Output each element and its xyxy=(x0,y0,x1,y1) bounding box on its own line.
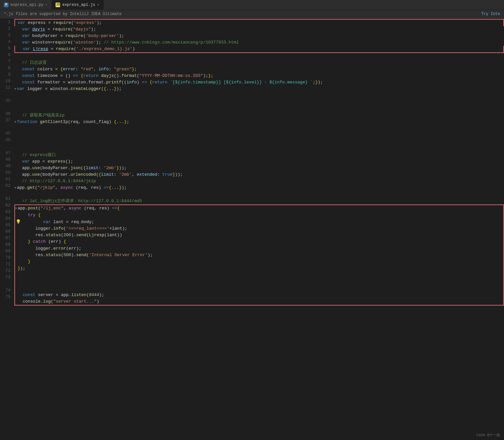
code-line-5: var Ljresp = require('./express_demo_lj.… xyxy=(14,46,504,53)
js-icon: JS xyxy=(56,3,60,7)
code-line-63: ▼ try { xyxy=(14,212,504,219)
code-line-73 xyxy=(14,279,504,285)
code-line-gap4 xyxy=(14,145,504,152)
code-line-45 xyxy=(14,132,504,139)
info-bar: *.js files are supported by IntelliJ IDE… xyxy=(0,10,504,18)
code-line-gap2 xyxy=(14,106,504,112)
code-line-47: // express接口 xyxy=(14,152,504,158)
code-line-3: var bodyParser = require('body-parser'); xyxy=(14,33,504,39)
code-line-70: ▼ } xyxy=(14,258,504,265)
code-line-62: ▼app.post("/lj_enc", async (req, res) =>… xyxy=(14,204,504,212)
code-line-gap5 xyxy=(14,191,504,198)
code-line-37: ▼function getClientIp(req, count_flag) {… xyxy=(14,119,504,126)
tab-label-py: express_api.py xyxy=(10,3,43,7)
code-line-35 xyxy=(14,99,504,106)
code-line-4: var winston=require('winston'); // https… xyxy=(14,39,504,46)
code-line-36: // 获取客户端真实ip xyxy=(14,112,504,119)
code-line-66: res.status(200).send(Ljresp(lant)) xyxy=(14,232,504,238)
tab-express-api-py[interactable]: P express_api.py × xyxy=(0,0,52,9)
code-line-1: var express = require('express'); xyxy=(14,19,504,26)
code-content: var express = require('express'); var da… xyxy=(13,18,504,440)
code-line-48: var app = express(); xyxy=(14,158,504,165)
tab-close-js[interactable]: × xyxy=(97,3,99,7)
code-line-69: res.status(500).send('Internal Server Er… xyxy=(14,252,504,258)
tab-express-api-js[interactable]: JS express_api.js × xyxy=(52,0,103,9)
code-line-6 xyxy=(14,53,504,60)
code-line-49: app.use(bodyParser.json({limit: '2mb'}))… xyxy=(14,165,504,171)
code-line-68: logger.error(err); xyxy=(14,245,504,252)
code-line-7: // 日志设置 xyxy=(14,60,504,66)
csdn-watermark: CSDN @十一姐 xyxy=(476,432,500,437)
code-line-gap3 xyxy=(14,126,504,132)
code-line-50: app.use(bodyParser.urlencoded({limit: '2… xyxy=(14,171,504,178)
code-line-2: var dayjs = require("dayjs"); xyxy=(14,26,504,33)
code-line-72 xyxy=(14,272,504,279)
line-numbers: 1 2 3 4 5 6 7 8 9 10 11 35 36 37 45 46 4… xyxy=(0,18,13,440)
code-line-51: // http://127.0.0.1:8444/jkip xyxy=(14,178,504,185)
tab-label-js: express_api.js xyxy=(62,3,95,7)
code-line-8: const colors = {error: "red", info: "gre… xyxy=(14,66,504,73)
code-line-10: const formatter = winston.format.printf(… xyxy=(14,79,504,86)
code-line-74: const server = app.listen(8444); xyxy=(14,292,504,298)
code-line-11: ▼var logger = winston.createLogger({...}… xyxy=(14,86,504,93)
tab-bar: P express_api.py × JS express_api.js × xyxy=(0,0,504,10)
tab-close-py[interactable]: × xyxy=(45,3,48,7)
code-line-9: const timezone = () => {return dayjs().f… xyxy=(14,73,504,79)
code-line-71: ▼}); xyxy=(14,265,504,272)
code-line-46 xyxy=(14,139,504,145)
code-line-gap1 xyxy=(14,93,504,99)
code-line-67: ▼ } catch (err) { xyxy=(14,238,504,245)
code-line-gap6 xyxy=(14,285,504,292)
code-line-64: 💡 var lant = req.body; xyxy=(14,219,504,225)
code-line-61: // lat_lng的js文件请求：http://127.0.0.1:8444/… xyxy=(14,198,504,204)
code-line-52: ▼app.get("/jkip", async (req, res) =>{..… xyxy=(14,185,504,191)
code-area: 1 2 3 4 5 6 7 8 9 10 11 35 36 37 45 46 4… xyxy=(0,18,504,440)
code-line-65: logger.info('>>>req_lant===='+lant); xyxy=(14,225,504,232)
code-line-75: console.log("server start...") xyxy=(14,298,504,306)
py-icon: P xyxy=(4,3,8,7)
info-message: *.js files are supported by IntelliJ IDE… xyxy=(4,12,122,16)
try-intellij-button[interactable]: Try Inte xyxy=(481,12,500,16)
